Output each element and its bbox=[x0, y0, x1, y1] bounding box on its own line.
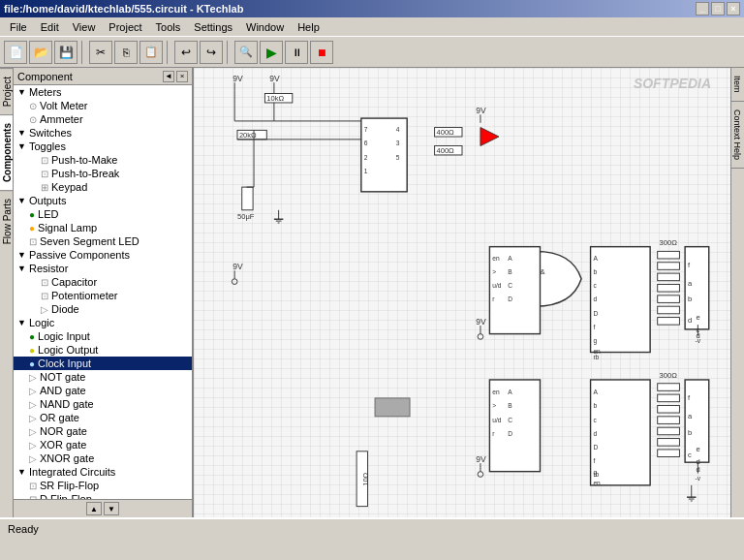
paste-button[interactable]: 📋 bbox=[140, 41, 163, 64]
zoom-button[interactable]: 🔍 bbox=[234, 41, 258, 64]
seven-segment-label: Seven Segment LED bbox=[40, 235, 140, 247]
component-panel: Component ◄ × ▼ Meters ⊙ Volt Meter ⊙ bbox=[14, 68, 194, 517]
menu-settings[interactable]: Settings bbox=[188, 19, 238, 35]
svg-text:b: b bbox=[593, 268, 597, 275]
panel-close-button[interactable]: × bbox=[176, 71, 188, 82]
svg-rect-55 bbox=[658, 296, 680, 303]
svg-rect-92 bbox=[658, 439, 680, 447]
menu-help[interactable]: Help bbox=[292, 19, 326, 35]
close-button[interactable]: × bbox=[727, 2, 740, 16]
category-outputs[interactable]: ▼ Outputs bbox=[14, 194, 192, 207]
canvas-area[interactable]: SOFTPEDIA 9V 9V 10kΩ 20kΩ bbox=[194, 68, 730, 517]
item-led[interactable]: ● LED bbox=[14, 207, 192, 221]
item-logic-output[interactable]: ● Logic Output bbox=[14, 343, 192, 357]
menu-window[interactable]: Window bbox=[240, 19, 290, 35]
expand-resistor-icon: ▼ bbox=[17, 264, 29, 273]
redo-button[interactable]: ↪ bbox=[200, 41, 223, 64]
svg-text:C: C bbox=[508, 417, 512, 423]
tab-item[interactable]: Item bbox=[731, 68, 744, 102]
category-toggles-label: Toggles bbox=[29, 140, 66, 152]
not-gate-icon: ▷ bbox=[29, 372, 37, 383]
tab-components[interactable]: Components bbox=[0, 114, 13, 190]
xor-gate-label: XOR gate bbox=[40, 439, 86, 451]
svg-text:7: 7 bbox=[364, 126, 368, 133]
save-button[interactable]: 💾 bbox=[54, 41, 78, 64]
svg-rect-108 bbox=[375, 398, 410, 417]
volt-meter-label: Volt Meter bbox=[40, 100, 88, 111]
stop-button[interactable]: ⏹ bbox=[310, 41, 333, 64]
svg-point-103 bbox=[478, 472, 483, 478]
item-ammeter[interactable]: ⊙ Ammeter bbox=[14, 112, 192, 126]
xnor-gate-icon: ▷ bbox=[29, 453, 37, 464]
run-button[interactable]: ▶ bbox=[260, 41, 283, 64]
panel-title: Component bbox=[17, 71, 73, 82]
item-diode[interactable]: ▷ Diode bbox=[14, 302, 192, 316]
tab-context-help[interactable]: Context Help bbox=[731, 102, 744, 169]
tab-project[interactable]: Project bbox=[0, 68, 13, 114]
item-not-gate[interactable]: ▷ NOT gate bbox=[14, 370, 192, 384]
category-meters[interactable]: ▼ Meters bbox=[14, 85, 192, 99]
expand-passive-icon: ▼ bbox=[17, 250, 29, 260]
menu-view[interactable]: View bbox=[67, 19, 102, 35]
category-switches[interactable]: ▼ Switches bbox=[14, 126, 192, 140]
item-and-gate[interactable]: ▷ AND gate bbox=[14, 384, 192, 397]
svg-text:A: A bbox=[593, 255, 598, 262]
scroll-up-button[interactable]: ▲ bbox=[86, 502, 102, 515]
circuit-canvas[interactable]: SOFTPEDIA 9V 9V 10kΩ 20kΩ bbox=[194, 68, 730, 517]
svg-point-30 bbox=[232, 279, 237, 285]
nor-gate-label: NOR gate bbox=[40, 425, 87, 437]
item-signal-lamp[interactable]: ● Signal Lamp bbox=[14, 221, 192, 234]
category-resistor[interactable]: ▼ Resistor bbox=[14, 262, 192, 275]
item-seven-segment[interactable]: ⊡ Seven Segment LED bbox=[14, 234, 192, 248]
component-list[interactable]: ▼ Meters ⊙ Volt Meter ⊙ Ammeter ▼ Switch… bbox=[14, 85, 192, 499]
svg-text:400Ω: 400Ω bbox=[436, 146, 454, 155]
cut-button[interactable]: ✂ bbox=[89, 41, 112, 64]
item-nor-gate[interactable]: ▷ NOR gate bbox=[14, 424, 192, 438]
category-toggles[interactable]: ▼ Toggles bbox=[14, 140, 192, 153]
svg-text:f: f bbox=[593, 457, 595, 464]
menu-file[interactable]: File bbox=[4, 19, 33, 35]
item-nand-gate[interactable]: ▷ NAND gate bbox=[14, 397, 192, 411]
tab-flow-parts[interactable]: Flow Parts bbox=[0, 190, 13, 252]
nand-gate-icon: ▷ bbox=[29, 399, 37, 410]
pause-button[interactable]: ⏸ bbox=[285, 41, 308, 64]
svg-text:9V: 9V bbox=[476, 106, 486, 115]
undo-button[interactable]: ↩ bbox=[174, 41, 198, 64]
item-or-gate[interactable]: ▷ OR gate bbox=[14, 411, 192, 424]
item-keypad[interactable]: ⊞ Keypad bbox=[14, 180, 192, 194]
svg-text:B: B bbox=[508, 268, 512, 275]
svg-text:rb: rb bbox=[593, 354, 599, 360]
expand-meters-icon: ▼ bbox=[17, 87, 29, 97]
item-logic-input[interactable]: ● Logic Input bbox=[14, 329, 192, 343]
panel-header: Component ◄ × bbox=[14, 68, 192, 85]
category-passive[interactable]: ▼ Passive Components bbox=[14, 248, 192, 262]
item-sr-flipflop[interactable]: ⊡ SR Flip-Flop bbox=[14, 479, 192, 492]
and-gate-icon: ▷ bbox=[29, 386, 37, 396]
item-potentiometer[interactable]: ⊡ Potentiometer bbox=[14, 289, 192, 302]
menu-project[interactable]: Project bbox=[103, 19, 147, 35]
svg-text:5: 5 bbox=[396, 154, 400, 161]
panel-collapse-button[interactable]: ◄ bbox=[163, 71, 174, 82]
open-button[interactable]: 📂 bbox=[29, 41, 52, 64]
expand-switches-icon: ▼ bbox=[17, 128, 29, 138]
item-d-flipflop[interactable]: ⊡ D Flip-Flop bbox=[14, 492, 192, 499]
window-controls[interactable]: _ □ × bbox=[696, 2, 740, 16]
item-xnor-gate[interactable]: ▷ XNOR gate bbox=[14, 451, 192, 465]
item-capacitor[interactable]: ⊡ Capacitor bbox=[14, 275, 192, 289]
item-push-to-make[interactable]: ⊡ Push-to-Make bbox=[14, 153, 192, 167]
maximize-button[interactable]: □ bbox=[711, 2, 725, 16]
category-logic[interactable]: ▼ Logic bbox=[14, 316, 192, 329]
item-volt-meter[interactable]: ⊙ Volt Meter bbox=[14, 99, 192, 112]
category-meters-label: Meters bbox=[29, 86, 62, 98]
new-button[interactable]: 📄 bbox=[4, 41, 27, 64]
item-push-to-break[interactable]: ⊡ Push-to-Break bbox=[14, 167, 192, 180]
item-clock-input[interactable]: ● Clock Input bbox=[14, 357, 192, 370]
category-ic[interactable]: ▼ Integrated Circuits bbox=[14, 465, 192, 479]
menu-edit[interactable]: Edit bbox=[35, 19, 65, 35]
copy-button[interactable]: ⎘ bbox=[114, 41, 138, 64]
minimize-button[interactable]: _ bbox=[696, 2, 709, 16]
item-xor-gate[interactable]: ▷ XOR gate bbox=[14, 438, 192, 451]
svg-rect-27 bbox=[242, 187, 253, 210]
menu-tools[interactable]: Tools bbox=[150, 19, 187, 35]
scroll-down-button[interactable]: ▼ bbox=[104, 502, 119, 515]
